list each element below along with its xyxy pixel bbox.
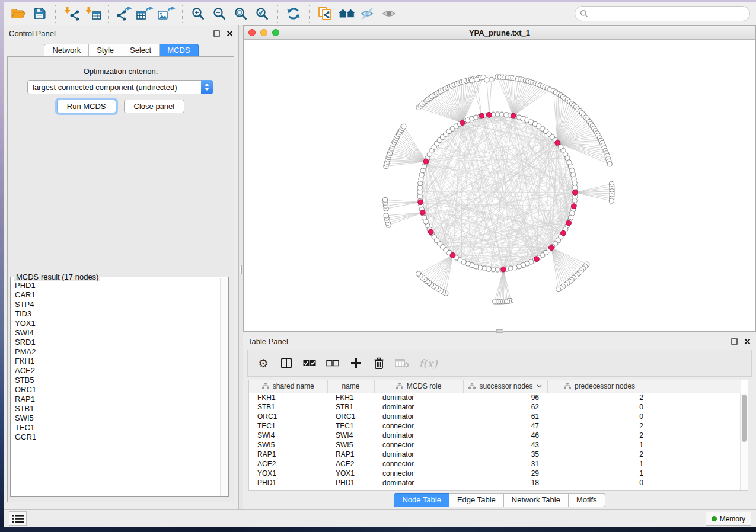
- table-row[interactable]: ACE2ACE2connector311: [249, 459, 741, 469]
- cell: YOX1: [249, 469, 327, 478]
- table-row[interactable]: SWI5SWI5connector431: [249, 440, 741, 450]
- mcds-result-item[interactable]: SWI5: [11, 414, 220, 423]
- toolbar-separator: [108, 5, 109, 23]
- open-session-icon[interactable]: [9, 4, 28, 23]
- import-network-icon[interactable]: [62, 4, 81, 23]
- first-neighbors-icon[interactable]: [337, 4, 356, 23]
- delete-table-icon[interactable]: [395, 355, 409, 371]
- table-row[interactable]: RAP1RAP1dominator352: [249, 450, 741, 459]
- mcds-result-group: MCDS result (17 nodes) PHD1CAR1STP4TID3Y…: [10, 277, 229, 497]
- network-canvas[interactable]: [244, 40, 755, 331]
- mcds-result-item[interactable]: STB5: [11, 376, 220, 385]
- show-all-icon[interactable]: [379, 4, 398, 23]
- search-field[interactable]: [575, 6, 750, 21]
- zoom-in-icon[interactable]: [189, 4, 208, 23]
- close-panel-icon[interactable]: [226, 30, 234, 37]
- table-row[interactable]: SWI4SWI4dominator462: [249, 431, 741, 440]
- tab-select[interactable]: Select: [122, 44, 160, 57]
- mcds-result-item[interactable]: ORC1: [11, 385, 220, 395]
- cell: 2: [547, 421, 652, 431]
- cell-filler: [652, 440, 741, 450]
- select-all-icon[interactable]: [302, 355, 317, 371]
- tab-edge-table[interactable]: Edge Table: [449, 493, 504, 507]
- tab-style[interactable]: Style: [89, 44, 122, 57]
- zoom-fit-icon[interactable]: [231, 4, 250, 23]
- table-scrollbar[interactable]: [740, 393, 748, 490]
- export-network-icon[interactable]: [114, 4, 133, 23]
- mcds-result-item[interactable]: GCR1: [11, 432, 220, 442]
- mcds-list-scrollbar[interactable]: [220, 278, 228, 496]
- table-scrollbar-thumb[interactable]: [742, 395, 747, 442]
- export-image-icon[interactable]: [157, 4, 176, 23]
- table-settings-icon[interactable]: ⚙︎: [256, 355, 270, 371]
- column-header-name[interactable]: name: [327, 380, 374, 393]
- column-header-shared-name[interactable]: shared name: [249, 380, 327, 393]
- add-column-icon[interactable]: [349, 355, 363, 371]
- cell: SWI4: [327, 431, 374, 440]
- cell: 1: [547, 469, 652, 478]
- vertical-splitter[interactable]: [238, 25, 243, 509]
- close-panel-icon[interactable]: [744, 338, 751, 345]
- cell: 47: [463, 421, 547, 431]
- table-row[interactable]: TEC1TEC1connector472: [249, 421, 741, 431]
- column-header-predecessor-nodes[interactable]: predecessor nodes: [547, 380, 652, 393]
- mcds-result-item[interactable]: PMA2: [11, 347, 220, 357]
- table-row[interactable]: PHD1PHD1dominator180: [249, 478, 741, 488]
- table-row[interactable]: STB1STB1dominator620: [249, 402, 741, 412]
- task-history-button[interactable]: [9, 511, 27, 526]
- cell: 61: [463, 412, 547, 421]
- mcds-result-item[interactable]: YOX1: [11, 319, 220, 328]
- memory-button[interactable]: Memory: [706, 512, 751, 526]
- mcds-result-item[interactable]: STB1: [11, 404, 220, 414]
- table-row[interactable]: YOX1YOX1connector291: [249, 469, 741, 478]
- tab-node-table[interactable]: Node Table: [394, 493, 449, 507]
- table-row[interactable]: FKH1FKH1dominator962: [249, 393, 741, 402]
- tab-mcds[interactable]: MCDS: [160, 44, 198, 57]
- mcds-result-item[interactable]: ACE2: [11, 366, 220, 376]
- zoom-out-icon[interactable]: [210, 4, 229, 23]
- column-header-mcds-role[interactable]: MCDS role: [374, 380, 463, 393]
- split-columns-icon[interactable]: [279, 355, 294, 371]
- deselect-all-icon[interactable]: [326, 355, 340, 371]
- mcds-result-item[interactable]: STP4: [11, 300, 220, 309]
- tab-network-table[interactable]: Network Table: [504, 493, 569, 507]
- search-input[interactable]: [592, 9, 745, 18]
- tab-motifs[interactable]: Motifs: [569, 493, 605, 507]
- mcds-result-item[interactable]: CAR1: [11, 290, 220, 300]
- mcds-result-item[interactable]: PHD1: [11, 281, 220, 290]
- horizontal-splitter-handle[interactable]: [496, 329, 503, 333]
- mcds-result-item[interactable]: FKH1: [11, 357, 220, 366]
- mcds-result-item[interactable]: SWI4: [11, 328, 220, 338]
- cell: connector: [374, 459, 463, 469]
- mcds-result-list[interactable]: PHD1CAR1STP4TID3YOX1SWI4SRD1PMA2FKH1ACE2…: [11, 281, 220, 496]
- hide-selected-icon[interactable]: [358, 4, 377, 23]
- memory-status-icon: [712, 516, 717, 521]
- duplicate-network-icon[interactable]: [315, 4, 334, 23]
- dropdown-stepper-icon: [201, 80, 213, 94]
- status-bar: Memory: [4, 509, 756, 527]
- export-table-icon[interactable]: [136, 4, 155, 23]
- mcds-result-item[interactable]: SRD1: [11, 338, 220, 347]
- run-mcds-button[interactable]: Run MCDS: [57, 100, 116, 113]
- criterion-dropdown[interactable]: largest connected component (undirected): [27, 80, 213, 94]
- refresh-view-icon[interactable]: [284, 4, 303, 23]
- function-builder-icon[interactable]: f(x): [418, 355, 438, 371]
- mcds-result-item[interactable]: TID3: [11, 309, 220, 319]
- save-session-icon[interactable]: [30, 4, 49, 23]
- zoom-selected-icon[interactable]: [253, 4, 272, 23]
- cell: connector: [374, 469, 463, 478]
- close-panel-button[interactable]: Close panel: [124, 100, 185, 113]
- column-header-successor-nodes[interactable]: successor nodes: [463, 380, 547, 393]
- table-row[interactable]: ORC1ORC1dominator610: [249, 412, 741, 421]
- float-panel-icon[interactable]: [213, 30, 221, 37]
- cell: TEC1: [327, 421, 374, 431]
- table-tabs: Node TableEdge TableNetwork TableMotifs: [243, 493, 756, 507]
- tab-network[interactable]: Network: [44, 44, 89, 57]
- mcds-result-item[interactable]: RAP1: [11, 395, 220, 404]
- delete-column-icon[interactable]: [372, 355, 386, 371]
- mcds-result-item[interactable]: TEC1: [11, 423, 220, 432]
- splitter-handle[interactable]: [240, 265, 242, 274]
- cell-filler: [652, 478, 741, 488]
- float-panel-icon[interactable]: [731, 338, 738, 345]
- import-table-icon[interactable]: [83, 4, 102, 23]
